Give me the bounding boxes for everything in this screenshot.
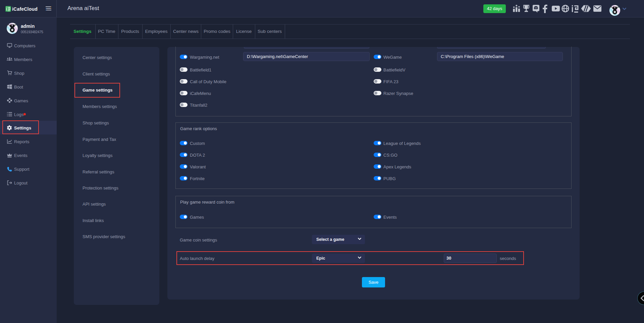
svg-text:PLATINUM: PLATINUM — [610, 6, 619, 8]
svg-text:PLATINUM: PLATINUM — [8, 24, 16, 26]
